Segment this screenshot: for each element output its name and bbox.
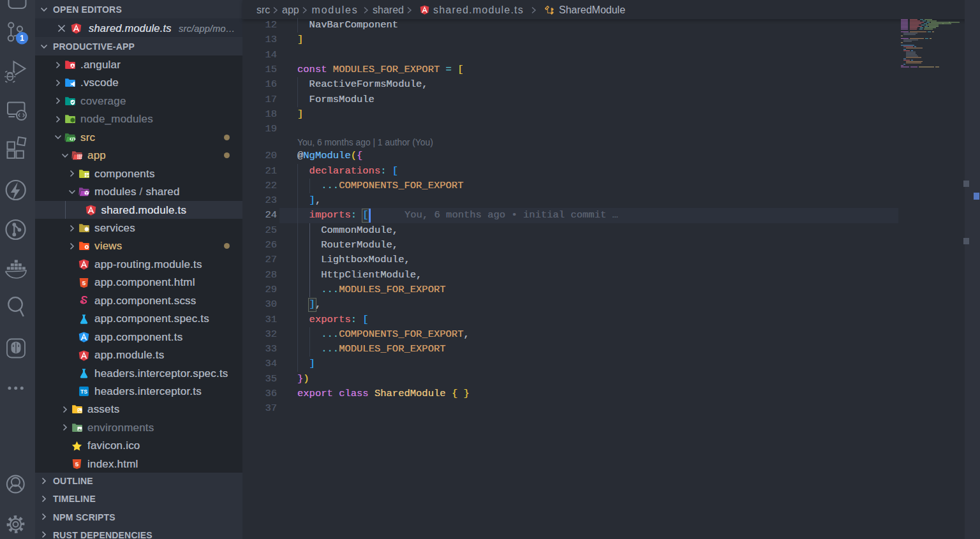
svg-text:5: 5 xyxy=(75,461,79,468)
svg-text:5: 5 xyxy=(82,279,86,286)
svg-text:1: 1 xyxy=(20,34,24,43)
svg-text:TS: TS xyxy=(80,389,87,395)
